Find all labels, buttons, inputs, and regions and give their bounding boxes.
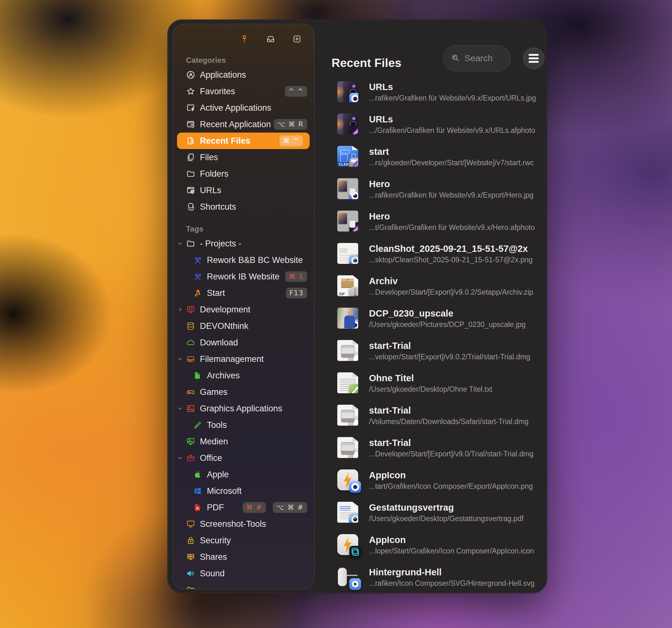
file-thumbnail-shot-dark xyxy=(337,81,358,102)
sidebar-item-medien[interactable]: Medien xyxy=(173,433,314,450)
sidebar-item-shortcuts[interactable]: Shortcuts xyxy=(173,198,314,215)
file-row[interactable]: Hero...rafiken/Grafiken für Website/v9.x… xyxy=(317,172,547,205)
sidebar-item-files[interactable]: Files xyxy=(173,149,314,166)
sidebar-item-label: Office xyxy=(200,453,222,463)
cleanshot-badge-icon xyxy=(349,481,361,493)
window-bolt-icon xyxy=(186,103,195,113)
sidebar-item-screenshot-tools[interactable]: Screenshot-Tools xyxy=(173,516,314,532)
file-row[interactable]: start-Trial/Volumes/Daten/Downloads/Safa… xyxy=(317,399,547,431)
file-name: Gestattungsvertrag xyxy=(369,501,524,514)
sidebar-item-label: PDF xyxy=(207,503,224,512)
sidebar-item-tools[interactable]: Tools xyxy=(173,417,314,433)
file-row[interactable]: Gestattungsvertrag/Users/gkoeder/Desktop… xyxy=(317,496,547,528)
file-thumbnail-photo-person xyxy=(337,308,358,329)
tags-header: Tags xyxy=(173,223,314,235)
sidebar-item-rework-ib-website[interactable]: Rework IB Website⌘ 1 xyxy=(173,268,314,285)
sidebar-item-filemanagement[interactable]: Filemanagement xyxy=(173,351,314,367)
drive-icon xyxy=(186,354,195,364)
menu-button[interactable] xyxy=(523,48,545,69)
file-row[interactable]: start-Trial...Developer/Start/[Export]/v… xyxy=(317,431,547,464)
sidebar-item-urls[interactable]: URLs xyxy=(173,182,314,198)
file-row[interactable]: start-Trial...veloper/Start/[Export]/v9.… xyxy=(317,334,547,367)
lock-icon xyxy=(186,536,195,545)
sidebar-item-security[interactable]: Security xyxy=(173,532,314,549)
sidebar-item-apple[interactable]: Apple xyxy=(173,466,314,483)
page-title: Recent Files xyxy=(332,56,401,70)
file-name: AppIcon xyxy=(369,533,534,546)
sidebar-item-rework-b-b-bc-website[interactable]: Rework B&B BC Website xyxy=(173,252,314,268)
search-input[interactable] xyxy=(464,53,500,64)
sidebar-item-pdf[interactable]: PDF⌘ #⌥ ⌘ # xyxy=(173,499,314,516)
sidebar-item-applications[interactable]: Applications xyxy=(173,67,314,83)
file-row[interactable]: AppIcon...loper/Start/Grafiken/Icon Comp… xyxy=(317,528,547,561)
file-name: start xyxy=(369,145,534,158)
file-row[interactable]: Hintergrund-Hell...rafiken/Icon Composer… xyxy=(317,561,547,593)
sidebar-item-favorites[interactable]: Favorites^ ^ xyxy=(173,83,314,100)
file-row[interactable]: DCP_0230_upscale/Users/gkoeder/Pictures/… xyxy=(317,302,547,334)
file-name: DCP_0230_upscale xyxy=(369,307,526,320)
file-row[interactable]: CleanShot_2025-09-21_15-51-57@2x...sktop… xyxy=(317,237,547,270)
cleanshot-badge-icon xyxy=(349,255,358,264)
tools-crossed-icon xyxy=(193,255,202,265)
search-icon xyxy=(451,53,460,64)
cleanshot-badge-icon xyxy=(349,513,358,523)
sidebar-item-devonthink[interactable]: DEVONthink xyxy=(173,318,314,334)
window-globe-icon xyxy=(186,186,195,195)
file-row[interactable]: ZIPArchiv...Developer/Start/[Export]/v9.… xyxy=(317,270,547,302)
sidebar-item-folders[interactable]: Folders xyxy=(173,166,314,182)
sidebar-item-item[interactable] xyxy=(173,582,314,589)
sidebar-item-label: Graphics Applications xyxy=(200,404,282,414)
sidebar-item-recent-files[interactable]: Recent Files⌘ ^ xyxy=(177,132,310,149)
sidebar-item-label: Applications xyxy=(200,70,246,80)
sidebar-item-projects[interactable]: - Projects - xyxy=(173,235,314,252)
monitor-code-icon xyxy=(186,305,195,314)
file-meta: Gestattungsvertrag/Users/gkoeder/Desktop… xyxy=(369,501,524,524)
sidebar-item-label: Microsoft xyxy=(207,486,242,496)
file-thumbnail-txt xyxy=(337,372,358,393)
sidebar-item-games[interactable]: Games xyxy=(173,384,314,400)
sidebar-item-start[interactable]: StartF13 xyxy=(173,285,314,301)
file-row[interactable]: URLs.../Grafiken/Grafiken für Website/v9… xyxy=(317,108,547,140)
sidebar-item-label: URLs xyxy=(200,186,221,195)
pin-icon[interactable] xyxy=(239,34,249,44)
file-row[interactable]: AppIcon...tart/Grafiken/Icon Composer/Ex… xyxy=(317,464,547,496)
sidebar-item-download[interactable]: Download xyxy=(173,334,314,351)
search-field[interactable] xyxy=(443,45,511,72)
file-path: ...rafiken/Grafiken für Website/v9.x/Exp… xyxy=(369,190,534,200)
sidebar-item-sound[interactable]: Sound xyxy=(173,565,314,582)
file-thumbnail-bolt-app xyxy=(337,469,358,490)
database-icon xyxy=(186,321,195,331)
sidebar-item-microsoft[interactable]: Microsoft xyxy=(173,483,314,499)
file-meta: Hero...t/Grafiken/Grafiken für Website/v… xyxy=(369,210,535,233)
sidebar-item-office[interactable]: Office xyxy=(173,450,314,466)
chevron-down-icon xyxy=(177,455,186,461)
file-meta: start-Trial...Developer/Start/[Export]/v… xyxy=(369,436,534,459)
file-row[interactable]: CLASSICstart...rs/gkoeder/Developer/Star… xyxy=(317,140,547,172)
textedit-badge-icon xyxy=(349,384,358,393)
file-thumbnail-bolt-app xyxy=(337,534,358,555)
file-path: ...Developer/Start/[Export]/v9.0/Trial/s… xyxy=(369,449,534,459)
file-row[interactable]: Ohne Titel/Users/gkoeder/Desktop/Ohne Ti… xyxy=(317,367,547,399)
drawer-icon[interactable] xyxy=(266,34,276,44)
file-thumbnail-dmg xyxy=(337,405,358,426)
app-window: Categories ApplicationsFavorites^ ^Activ… xyxy=(168,20,547,593)
briefcase-icon xyxy=(186,453,195,463)
docbadge-badge-icon xyxy=(349,416,358,426)
file-thumbnail-photo-desk xyxy=(337,178,358,199)
file-meta: start-Trial/Volumes/Daten/Downloads/Safa… xyxy=(369,404,529,427)
sidebar-item-archives[interactable]: Archives xyxy=(173,367,314,384)
sidebar-toolbar xyxy=(173,24,314,46)
file-row[interactable]: URLs...rafiken/Grafiken für Website/v9.x… xyxy=(317,75,547,108)
sidebar-item-active-applications[interactable]: Active Applications xyxy=(173,100,314,116)
sidebar-item-label: Screenshot-Tools xyxy=(200,519,266,529)
sidebar-item-recent-applications[interactable]: Recent Applications⌥ ⌘ R xyxy=(173,116,314,132)
file-path: .../Grafiken/Grafiken für Website/v9.x/U… xyxy=(369,126,535,136)
sidebar-item-shares[interactable]: Shares xyxy=(173,549,314,565)
sidebar-item-graphics-applications[interactable]: Graphics Applications xyxy=(173,400,314,417)
file-thumbnail-doc-classic: CLASSIC xyxy=(337,146,358,167)
rocket-icon xyxy=(193,288,202,298)
file-row[interactable]: Hero...t/Grafiken/Grafiken für Website/v… xyxy=(317,205,547,237)
file-thumbnail-zip-box: ZIP xyxy=(337,275,358,296)
add-icon[interactable] xyxy=(292,34,302,44)
sidebar-item-development[interactable]: Development xyxy=(173,301,314,318)
